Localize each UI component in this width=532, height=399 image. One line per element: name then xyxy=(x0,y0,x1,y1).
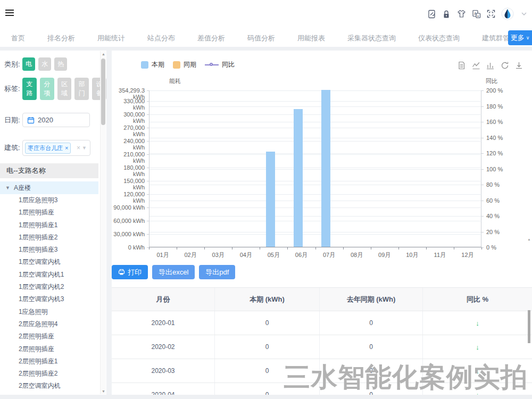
scroll-up-icon[interactable]: ▲ xyxy=(101,52,106,56)
translate-icon[interactable]: A a xyxy=(471,9,481,19)
axis-tick xyxy=(147,221,149,221)
export-excel-button[interactable]: 导出excel xyxy=(152,265,195,279)
lock-icon[interactable] xyxy=(442,9,451,19)
tree-item[interactable]: 2层照明插座1 xyxy=(0,355,106,368)
building-select[interactable]: 枣庄市台儿庄 × × ▼ xyxy=(22,140,90,156)
left-axis-tick-label: 180,000 kWh xyxy=(112,164,145,177)
gridline xyxy=(149,169,482,170)
note-icon[interactable] xyxy=(427,9,436,19)
tree-item[interactable]: 2层应急照明4 xyxy=(0,318,106,330)
tree-item[interactable]: 1层照明插座 xyxy=(0,206,106,219)
tab-item[interactable]: 差值分析 xyxy=(186,34,236,43)
tab-item[interactable]: 排名分析 xyxy=(36,34,86,43)
date-input[interactable]: 2020 xyxy=(22,113,90,127)
table-scrollbar-thumb[interactable] xyxy=(528,310,530,343)
sidebar-scrollbar[interactable]: ▲ ▼ xyxy=(100,51,106,394)
tree-item[interactable]: 1层空调室内机1 xyxy=(0,269,106,281)
bar-本期[interactable] xyxy=(294,109,303,247)
more-button[interactable]: 更多∨ xyxy=(508,30,532,45)
tag-pill[interactable]: 部门 xyxy=(74,78,89,100)
tab-item[interactable]: 用能报表 xyxy=(286,34,336,43)
tab-item[interactable]: 用能统计 xyxy=(86,34,136,43)
svg-text:A: A xyxy=(474,11,477,15)
tree-item[interactable]: 1层空调室内机3 xyxy=(0,293,106,305)
tab-item[interactable]: 站点分布 xyxy=(136,34,186,43)
legend-swatch xyxy=(173,61,180,69)
select-clear-icon[interactable]: × xyxy=(77,144,80,152)
x-axis-tick-label: 10月 xyxy=(398,251,426,259)
menu-icon[interactable] xyxy=(5,8,16,16)
bar-本期[interactable] xyxy=(321,90,330,247)
table-scrollbar[interactable]: ▲ xyxy=(527,238,531,343)
tab-item[interactable]: 码值分析 xyxy=(236,34,286,43)
gridline xyxy=(149,141,482,142)
tree-item[interactable]: 1应急照明 xyxy=(0,306,106,318)
tree-item[interactable]: 1层空调室内机 xyxy=(0,256,106,268)
bar-chart-icon[interactable] xyxy=(486,61,495,70)
tag-pill[interactable]: 区域 xyxy=(57,78,72,100)
gridline xyxy=(149,154,482,155)
gridline xyxy=(149,194,482,195)
tab-item[interactable]: 仪表状态查询 xyxy=(407,34,471,43)
cell-month: 2020-04 xyxy=(112,383,215,395)
bottom-scrollbar-track[interactable] xyxy=(0,395,532,399)
category-pill[interactable]: 水 xyxy=(38,57,51,71)
legend-item[interactable]: 同比 xyxy=(205,60,235,69)
right-axis-tick-label: 180 % xyxy=(486,103,503,110)
tree-item[interactable]: 1层照明插座1 xyxy=(0,219,106,231)
chevron-down-icon[interactable] xyxy=(519,9,529,19)
print-button[interactable]: 打印 xyxy=(112,265,148,279)
legend-label: 同比 xyxy=(222,60,235,69)
left-axis-tick-label: 30,000 kWh xyxy=(112,231,145,237)
fullscreen-icon[interactable] xyxy=(486,9,496,19)
x-axis-tick xyxy=(426,247,427,250)
tree-item[interactable]: 2层空调室内机 xyxy=(0,380,106,392)
tab-item[interactable]: 首页 xyxy=(0,34,36,43)
tag-pill[interactable]: 分项 xyxy=(40,78,54,100)
cell-month: 2020-03 xyxy=(112,359,215,383)
tab-item[interactable]: 采集器状态查询 xyxy=(336,34,407,43)
legend-item[interactable]: 本期 xyxy=(141,60,164,69)
cell-current: 0 xyxy=(215,311,320,335)
axis-tick xyxy=(481,201,484,201)
tree-item[interactable]: 2层照明插座 xyxy=(0,330,106,343)
gridline xyxy=(149,216,482,217)
right-axis-tick-label: 200 % xyxy=(486,87,503,94)
theme-icon[interactable] xyxy=(456,9,466,19)
bar-本期[interactable] xyxy=(266,152,275,247)
tree-item[interactable]: 1层照明插座3 xyxy=(0,244,106,256)
select-caret-icon[interactable]: ▼ xyxy=(82,145,87,151)
tag-pill[interactable]: 支路 xyxy=(22,78,37,100)
right-axis-tick-label: 120 % xyxy=(486,150,503,156)
legend-item[interactable]: 同期 xyxy=(173,60,196,69)
tree-item[interactable]: 1层应急照明3 xyxy=(0,194,106,206)
restore-icon[interactable] xyxy=(501,61,509,70)
table-row[interactable]: 2020-0200↓ xyxy=(112,335,532,359)
category-pill[interactable]: 热 xyxy=(54,57,67,71)
tree-item[interactable]: 2层照明插座 xyxy=(0,343,106,355)
line-chart-icon[interactable] xyxy=(472,61,480,70)
x-axis-tick xyxy=(398,247,399,250)
category-pill[interactable]: 电 xyxy=(22,57,35,71)
x-axis-tick-label: 01月 xyxy=(149,251,177,259)
tag-close-icon[interactable]: × xyxy=(65,145,68,151)
axis-tick xyxy=(147,207,149,208)
tree-root-node[interactable]: ▼ A座楼 xyxy=(0,181,98,194)
axis-tick xyxy=(481,216,484,217)
data-view-icon[interactable] xyxy=(458,61,466,70)
chart-plot-area[interactable] xyxy=(149,90,481,247)
gridline xyxy=(149,168,482,168)
tree-item[interactable]: 1层空调室内机2 xyxy=(0,281,106,293)
export-pdf-button[interactable]: 导出pdf xyxy=(199,265,235,279)
scrollbar-thumb[interactable] xyxy=(101,59,105,125)
save-image-icon[interactable] xyxy=(515,61,523,70)
right-axis-tick-label: 0 % xyxy=(486,244,496,251)
caret-down-icon[interactable]: ▼ xyxy=(5,185,10,190)
scroll-down-icon[interactable]: ▼ xyxy=(101,389,106,393)
x-axis-tick-label: 07月 xyxy=(315,251,343,259)
scroll-up-icon[interactable]: ▲ xyxy=(527,238,531,241)
table-row[interactable]: 2020-0100↓ xyxy=(112,311,532,335)
tree-item[interactable]: 2层照明插座2 xyxy=(0,368,106,380)
axis-tick xyxy=(147,90,149,91)
tree-item[interactable]: 1层照明插座2 xyxy=(0,231,106,244)
